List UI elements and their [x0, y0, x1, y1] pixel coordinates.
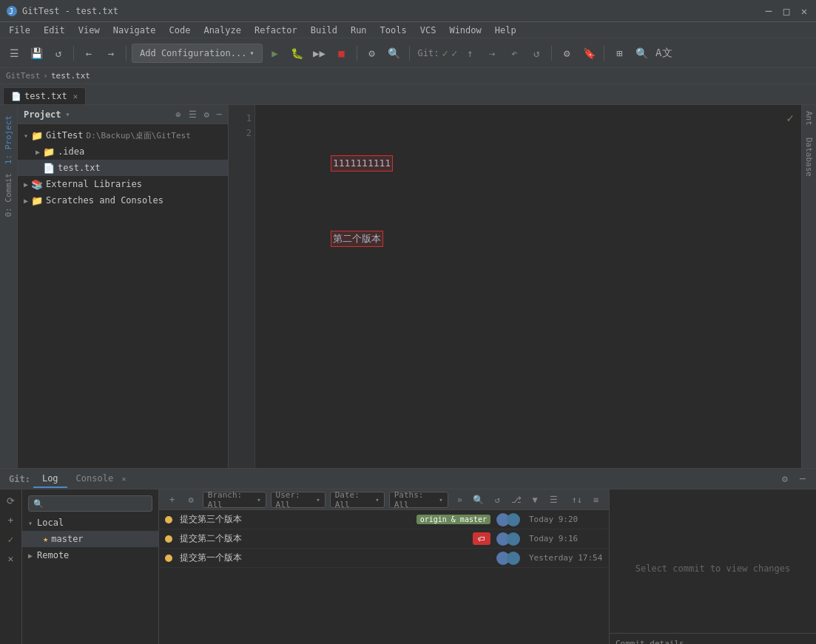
debug-icon[interactable]: 🐛: [288, 44, 307, 63]
breadcrumb-file: test.txt: [51, 71, 90, 81]
edit-config-icon[interactable]: ⚙: [363, 44, 382, 63]
editor-content[interactable]: 1 2 1111111111 第二个版本 ✓: [229, 105, 801, 468]
tree-item-scratches[interactable]: ▶ 📁 Scratches and Consoles: [18, 192, 228, 209]
forward-icon[interactable]: →: [101, 44, 121, 63]
git-log-area: + ⚙ Branch: All ▾ User: All ▾ Date: All …: [159, 489, 609, 644]
more-filters-btn[interactable]: »: [453, 492, 467, 508]
tree-item-idea[interactable]: ▶ 📁 .idea: [18, 143, 228, 160]
git-more-btn[interactable]: ⋯: [3, 641, 19, 644]
menu-navigate[interactable]: Navigate: [107, 24, 162, 37]
editor-tab-test-txt[interactable]: 📄 test.txt ✕: [3, 87, 86, 104]
git-rollback-icon[interactable]: ↶: [505, 44, 524, 63]
sort-asc-btn[interactable]: ↑↓: [570, 492, 584, 508]
sidebar-item-project[interactable]: 1: Project: [1, 111, 16, 169]
git-fetch-icon[interactable]: ⇢: [482, 44, 502, 63]
commit-row-1[interactable]: 提交第三个版本 origin & master Today 9:20: [159, 510, 609, 529]
branch-filter-arrow: ▾: [257, 496, 260, 504]
menu-refactor[interactable]: Refactor: [249, 24, 303, 37]
layout-icon[interactable]: ⊞: [610, 44, 629, 63]
filter-btn[interactable]: ▼: [527, 492, 542, 508]
close-button[interactable]: ✕: [798, 5, 810, 17]
settings-icon[interactable]: ⚙: [204, 109, 209, 120]
run-with-coverage-icon[interactable]: ▶▶: [310, 44, 329, 63]
run-config-button[interactable]: Add Configuration... ▾: [132, 44, 263, 63]
code-editor[interactable]: 1111111111 第二个版本 ✓: [255, 105, 801, 468]
project-header: Project ▾ ⊕ ☰ ⚙ ─: [18, 105, 228, 124]
tab-close-icon[interactable]: ✕: [73, 92, 78, 101]
git-add-btn[interactable]: +: [3, 512, 19, 528]
git-panel: ⟳ + ✓ ✕ ⋯ 🔍 ▾ Local: [0, 489, 816, 644]
commit-row-3[interactable]: 提交第一个版本 Yesterday 17:54: [159, 549, 609, 568]
git-settings-icon[interactable]: ⚙: [557, 44, 576, 63]
tag-origin-master: origin & master: [417, 515, 490, 524]
git-push-icon[interactable]: ↑: [460, 44, 479, 63]
remote-header[interactable]: ▶ Remote: [22, 547, 158, 563]
maximize-button[interactable]: □: [780, 5, 792, 17]
more-options-btn[interactable]: ≡: [589, 492, 603, 508]
user-filter-label: User: All: [276, 490, 314, 509]
git-settings-log-btn[interactable]: ⚙: [183, 492, 198, 508]
menu-code[interactable]: Code: [163, 24, 197, 37]
breadcrumb-project[interactable]: GitTest: [6, 71, 40, 81]
back-icon[interactable]: ←: [79, 44, 98, 63]
translate-icon[interactable]: A文: [654, 44, 673, 63]
save-all-icon[interactable]: 💾: [27, 44, 46, 63]
paths-filter[interactable]: Paths: All ▾: [389, 492, 448, 508]
svg-text:J: J: [9, 7, 13, 16]
user-filter[interactable]: User: All ▾: [271, 492, 326, 508]
group-btn[interactable]: ☰: [547, 492, 561, 508]
menu-tools[interactable]: Tools: [374, 24, 413, 37]
git-delete-btn[interactable]: ✕: [3, 550, 19, 566]
search-everywhere-icon[interactable]: 🔍: [632, 44, 651, 63]
minimize-button[interactable]: ─: [763, 5, 775, 17]
branch-item-master[interactable]: ★ master: [22, 531, 158, 547]
menu-vcs[interactable]: VCS: [414, 24, 442, 37]
bottom-settings-icon[interactable]: ⚙: [778, 472, 792, 487]
ant-tab[interactable]: Ant: [802, 105, 816, 132]
undo-log-btn[interactable]: ↺: [490, 492, 504, 508]
add-icon[interactable]: ⊕: [175, 109, 181, 120]
menu-analyze[interactable]: Analyze: [198, 24, 247, 37]
tab-log[interactable]: Log: [33, 470, 67, 488]
date-filter-arrow: ▾: [375, 496, 379, 504]
git-add-log-btn[interactable]: +: [165, 492, 179, 508]
tree-item-gittest[interactable]: ▾ 📁 GitTest D:\Backup\桌面\GitTest: [18, 127, 228, 143]
project-panel: Project ▾ ⊕ ☰ ⚙ ─ ▾ 📁 GitTest D:\Backup\…: [18, 105, 229, 468]
menu-window[interactable]: Window: [443, 24, 487, 37]
date-filter[interactable]: Date: All ▾: [330, 492, 385, 508]
menu-build[interactable]: Build: [305, 24, 343, 37]
git-undo-icon[interactable]: ↺: [527, 44, 546, 63]
menu-edit[interactable]: Edit: [38, 24, 71, 37]
paths-filter-label: Paths: All: [394, 490, 436, 509]
menu-icon[interactable]: ☰: [4, 44, 24, 63]
menu-view[interactable]: View: [73, 24, 106, 37]
branch-search-box[interactable]: 🔍: [28, 495, 152, 512]
tree-item-test-txt[interactable]: 📄 test.txt: [18, 160, 228, 176]
tab-console[interactable]: Console ✕: [67, 470, 135, 488]
bottom-minimize-icon[interactable]: ─: [795, 472, 810, 487]
bookmark-icon[interactable]: 🔖: [579, 44, 598, 63]
minimize-panel-icon[interactable]: ─: [217, 109, 222, 120]
layout-icon[interactable]: ☰: [189, 109, 197, 120]
run-icon[interactable]: ▶: [266, 44, 285, 63]
branch-filter[interactable]: Branch: All ▾: [203, 492, 266, 508]
git-fetch-btn[interactable]: ⟳: [3, 492, 19, 509]
sidebar-item-commit[interactable]: 0: Commit: [1, 169, 16, 222]
git-branch-panel: 🔍 ▾ Local ★ master: [22, 489, 159, 644]
commit-dot-3: [165, 555, 172, 562]
console-close-icon[interactable]: ✕: [121, 475, 126, 483]
commit-row-2[interactable]: 提交第二个版本 🏷 Today 9:16: [159, 529, 609, 549]
merge-btn[interactable]: ⎇: [509, 492, 523, 508]
refresh-icon[interactable]: ↺: [49, 44, 68, 63]
database-tab[interactable]: Database: [802, 132, 816, 183]
git-check-btn[interactable]: ✓: [3, 531, 19, 547]
find-icon[interactable]: 🔍: [385, 44, 404, 63]
menu-file[interactable]: File: [3, 24, 36, 37]
local-arrow-icon: ▾: [28, 519, 37, 527]
local-header[interactable]: ▾ Local: [22, 515, 158, 531]
menu-run[interactable]: Run: [345, 24, 373, 37]
search-log-btn[interactable]: 🔍: [471, 492, 485, 508]
menu-help[interactable]: Help: [489, 24, 522, 37]
stop-icon[interactable]: ■: [332, 44, 351, 63]
tree-item-external-libs[interactable]: ▶ 📚 External Libraries: [18, 176, 228, 192]
